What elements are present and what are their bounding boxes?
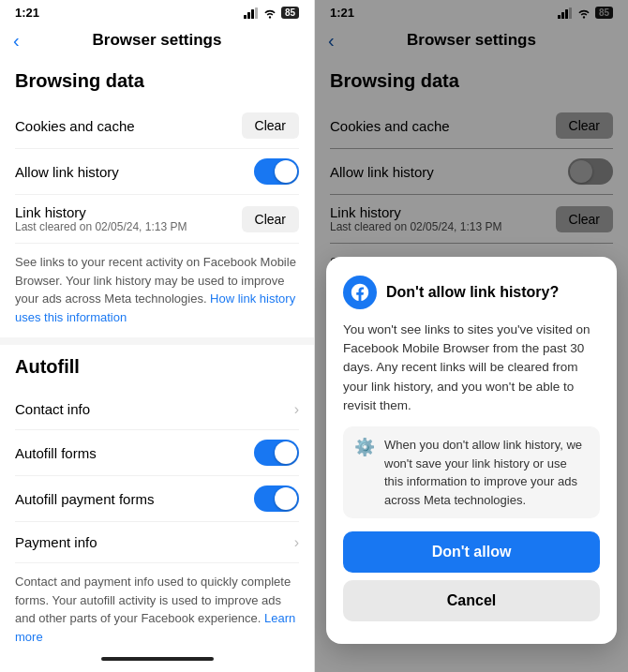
dont-allow-button[interactable]: Don't allow — [343, 531, 600, 573]
link-history-row: Link history Last cleared on 02/05/24, 1… — [15, 195, 299, 244]
allow-link-history-label: Allow link history — [15, 164, 119, 180]
status-right-left: 85 — [244, 7, 299, 19]
autofill-title: Autofill — [15, 356, 299, 378]
link-history-sub: Last cleared on 02/05/24, 1:13 PM — [15, 220, 242, 233]
facebook-logo — [350, 282, 370, 303]
link-history-label: Link history — [15, 204, 242, 220]
signal-icon — [244, 7, 259, 19]
left-panel: 1:21 85 ‹ Browser settings Browsing data… — [0, 0, 314, 672]
payment-info-label: Payment info — [15, 534, 97, 550]
payment-info-chevron: › — [294, 534, 299, 551]
browsing-data-title: Browsing data — [15, 70, 299, 92]
back-button-left[interactable]: ‹ — [13, 30, 20, 52]
battery-left: 85 — [281, 7, 299, 19]
autofill-forms-toggle[interactable] — [254, 440, 299, 466]
cancel-button[interactable]: Cancel — [343, 580, 600, 621]
header-left: ‹ Browser settings — [0, 23, 314, 59]
modal-header: Don't allow link history? — [343, 276, 600, 309]
time-left: 1:21 — [15, 6, 39, 20]
modal-bullet: ⚙️ When you don't allow link history, we… — [343, 426, 600, 518]
contact-info-chevron: › — [294, 401, 299, 418]
autofill-forms-label: Autofill forms — [15, 445, 97, 461]
cookies-label: Cookies and cache — [15, 118, 135, 134]
allow-link-history-row: Allow link history — [15, 149, 299, 195]
cookies-clear-button[interactable]: Clear — [242, 112, 299, 139]
svg-rect-0 — [244, 15, 247, 19]
link-history-desc: See links to your recent activity on Fac… — [15, 253, 299, 326]
svg-rect-3 — [255, 7, 258, 19]
autofill-payment-label: Autofill payment forms — [15, 491, 154, 507]
section-divider — [0, 337, 314, 345]
link-history-clear-button[interactable]: Clear — [242, 206, 299, 232]
contact-info-row[interactable]: Contact info › — [15, 389, 299, 430]
home-indicator-left — [0, 646, 314, 672]
home-bar-left — [101, 657, 214, 661]
allow-link-history-toggle[interactable] — [254, 158, 299, 185]
modal-title: Don't allow link history? — [386, 284, 559, 301]
payment-info-row[interactable]: Payment info › — [15, 522, 299, 563]
autofill-payment-toggle[interactable] — [254, 485, 299, 512]
autofill-payment-row: Autofill payment forms — [15, 476, 299, 522]
wifi-icon — [262, 7, 277, 19]
contact-info-label: Contact info — [15, 401, 90, 417]
content-left: Browsing data Cookies and cache Clear Al… — [0, 59, 314, 646]
autofill-forms-row: Autofill forms — [15, 430, 299, 476]
link-history-left: Link history Last cleared on 02/05/24, 1… — [15, 204, 242, 233]
modal-body-text: You won't see links to sites you've visi… — [343, 321, 600, 415]
modal-overlay: Don't allow link history? You won't see … — [315, 0, 628, 672]
status-bar-left: 1:21 85 — [0, 0, 314, 23]
right-panel: 1:21 85 ‹ Browser settings Browsing d — [314, 0, 628, 672]
dont-allow-modal: Don't allow link history? You won't see … — [326, 257, 617, 644]
facebook-icon — [343, 276, 377, 309]
modal-bullet-text: When you don't allow link history, we wo… — [384, 436, 589, 509]
svg-rect-2 — [251, 9, 254, 19]
gear-icon: ⚙️ — [354, 437, 375, 457]
autofill-desc: Contact and payment info used to quickly… — [15, 573, 299, 646]
svg-rect-1 — [247, 12, 250, 19]
header-title-left: Browser settings — [93, 31, 222, 50]
cookies-row: Cookies and cache Clear — [15, 103, 299, 149]
